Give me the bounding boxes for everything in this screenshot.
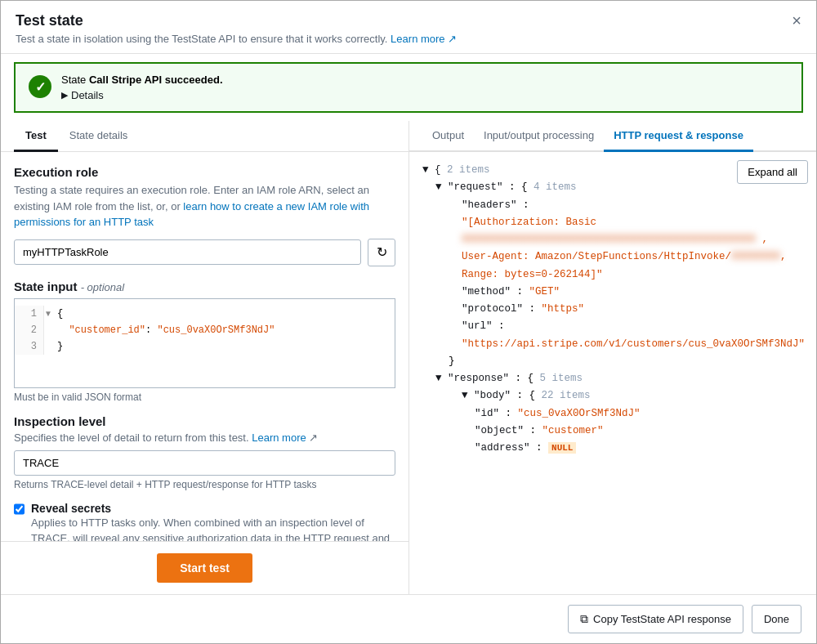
execution-role-title: Execution role [14,165,395,179]
url-value-line: "https://api.stripe.com/v1/customers/cus… [435,336,803,353]
details-toggle[interactable]: ▶ Details [61,89,104,101]
json-tree: ▼ { 2 items ▼ "headers""request" : { 4 i… [422,162,803,457]
left-tabs: Test State details [1,121,408,152]
request-section: ▼ "headers""request" : { 4 items "header… [422,179,803,370]
inspection-select-wrapper: TRACE INFO DEBUG [14,450,395,476]
refresh-button[interactable]: ↻ [368,239,395,266]
collapse-arrow-1[interactable]: ▼ [44,306,51,322]
modal-header-left: Test state Test a state in isolation usi… [16,12,457,45]
code-line-2: 2 "customer_id": "cus_0vaX0OrSMf3NdJ" [15,322,395,338]
left-footer: Start test [1,541,408,594]
body-line: ▼ "body" : { 22 items [435,387,803,405]
root-collapse[interactable]: ▼ [422,164,429,176]
arrow-icon: ▶ [61,90,68,101]
right-content: Expand all ▼ { 2 items ▼ "headers""reque… [409,152,816,594]
reveal-secrets-text: Reveal secrets Applies to HTTP tasks onl… [31,502,395,542]
modal-header: Test state Test a state in isolation usi… [1,1,816,54]
headers-value-line: "[Authorization: Basic [435,214,803,231]
learn-more-link[interactable]: Learn more ↗ [391,33,457,45]
object-line: "object" : "customer" [435,423,803,440]
response-collapse[interactable]: ▼ [435,373,442,384]
reveal-secrets-desc: Applies to HTTP tasks only. When combine… [31,515,395,542]
url-label-line: "url" : [435,318,803,335]
reveal-secrets-checkbox[interactable] [14,503,25,515]
tab-input-output[interactable]: Input/output processing [474,121,604,152]
expand-all-button[interactable]: Expand all [737,160,808,184]
line-arrow-3 [44,338,51,355]
modal-title: Test state [16,12,457,29]
success-title: State Call Stripe API succeeded. [61,74,223,86]
success-text: State Call Stripe API succeeded. ▶ Detai… [61,74,223,101]
headers-blurred-line: XXXXXXXXXXXXXXXXXXXXXXXXXXXXXXXXXXXXXXXX… [435,231,803,248]
line-arrow-2 [44,322,51,338]
tab-state-details[interactable]: State details [58,121,140,152]
body-collapse[interactable]: ▼ [462,390,468,401]
copy-response-button[interactable]: ⧉ Copy TestState API response [568,605,743,633]
line-content-2: "customer_id": "cus_0vaX0OrSMf3NdJ" [51,322,275,338]
copy-icon: ⧉ [580,612,588,626]
protocol-line: "protocol" : "https" [435,301,803,318]
response-section: ▼ "response" : { 5 items ▼ "body" : { 22… [422,370,803,457]
inspection-level-desc: Specifies the level of detail to return … [14,432,395,444]
modal-subtitle: Test a state in isolation using the Test… [16,33,457,45]
role-select[interactable]: myHTTPTaskRole [14,239,361,265]
execution-role-desc: Testing a state requires an execution ro… [14,182,395,230]
modal-footer: ⧉ Copy TestState API response Done [1,594,816,643]
done-button[interactable]: Done [752,605,801,633]
request-close: } [435,353,803,370]
inspection-select-desc: Returns TRACE-level detail + HTTP reques… [14,479,395,490]
modal-body: Test State details Execution role Testin… [1,121,816,594]
right-panel: Output Input/output processing HTTP requ… [409,121,816,594]
line-num-2: 2 [15,322,44,338]
address-line: "address" : NULL [435,440,803,457]
modal-container: Test state Test a state in isolation usi… [0,0,817,644]
method-line: "method" : "GET" [435,284,803,301]
role-select-wrapper: myHTTPTaskRole [14,239,361,265]
start-test-button[interactable]: Start test [157,553,252,583]
request-collapse[interactable]: ▼ [435,181,442,193]
response-line: ▼ "response" : { 5 items [435,370,803,387]
inspection-select[interactable]: TRACE INFO DEBUG [14,450,395,476]
code-line-3: 3 } [15,338,395,355]
state-input-title: State input - optional [14,280,395,293]
reveal-secrets-row: Reveal secrets Applies to HTTP tasks onl… [14,502,395,542]
inspection-learn-more-link[interactable]: Learn more [252,432,306,444]
state-input-editor: 1 ▼ { 2 "customer_id": "cus_0vaX0OrSMf3N… [14,298,395,388]
json-hint: Must be in valid JSON format [14,391,395,403]
reveal-secrets-label: Reveal secrets [31,502,395,515]
right-tabs: Output Input/output processing HTTP requ… [409,121,816,152]
tab-http-request[interactable]: HTTP request & response [604,121,753,152]
line-content-3: } [51,338,63,355]
success-banner: ✓ State Call Stripe API succeeded. ▶ Det… [14,62,803,113]
check-icon: ✓ [35,79,46,95]
tab-output[interactable]: Output [422,121,474,152]
close-button[interactable]: × [792,12,801,29]
success-icon: ✓ [29,75,51,98]
code-line-1: 1 ▼ { [15,306,395,322]
inspection-level-title: Inspection level [14,414,395,428]
line-content-1: { [51,306,63,322]
left-content: Execution role Testing a state requires … [1,152,408,541]
left-panel: Test State details Execution role Testin… [1,121,409,594]
line-num-3: 3 [15,338,44,355]
line-num-1: 1 [15,306,44,322]
headers-line: "headers" : [435,197,803,214]
tab-test[interactable]: Test [14,121,58,152]
code-lines: 1 ▼ { 2 "customer_id": "cus_0vaX0OrSMf3N… [15,299,395,361]
id-line: "id" : "cus_0vaX0OrSMf3NdJ" [435,405,803,423]
headers-cont-line: User-Agent: Amazon/StepFunctions/HttpInv… [435,248,803,284]
role-row: myHTTPTaskRole ↻ [14,239,395,266]
